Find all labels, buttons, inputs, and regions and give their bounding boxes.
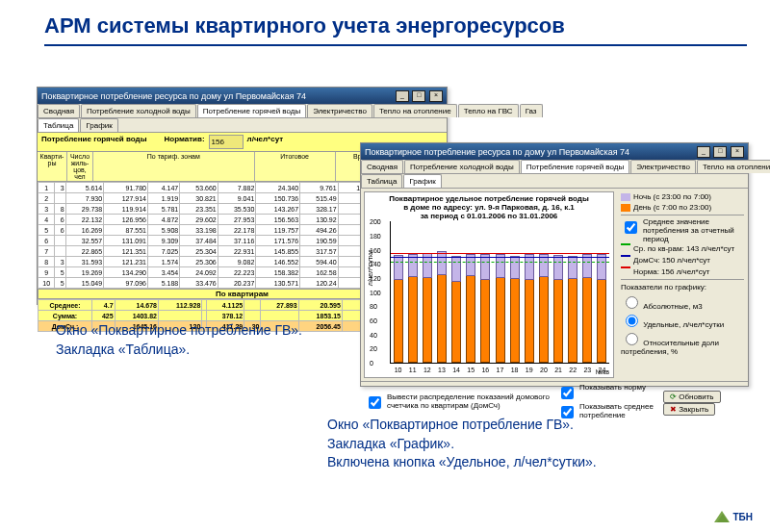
legend-normline: Норма: 156 л/чел*сут bbox=[633, 267, 709, 276]
group-total: Итоговое bbox=[255, 152, 336, 181]
radio-rel[interactable]: Относительные доли потребления, % bbox=[621, 330, 744, 357]
title-underline bbox=[44, 44, 747, 46]
close-icon[interactable]: × bbox=[731, 146, 744, 158]
chk-avg[interactable] bbox=[625, 221, 637, 234]
tab-0[interactable]: Сводная bbox=[38, 104, 80, 117]
radio-title: Показатели по графику: bbox=[621, 283, 744, 291]
legend-domline: ДомСч: 150 л/чел*сут bbox=[633, 256, 710, 265]
legend-avgline: Ср. по кв-рам: 143 л/чел*сут bbox=[633, 244, 734, 253]
label-shownorm: Показывать норму bbox=[579, 384, 646, 393]
x-axis-label: №кв bbox=[596, 368, 609, 375]
maximize-icon[interactable]: □ bbox=[713, 146, 727, 158]
plot-area: 0204060801001201401601802001011121314151… bbox=[390, 221, 609, 364]
minimize-icon[interactable]: _ bbox=[396, 90, 409, 102]
window-buttons: _ □ × bbox=[696, 145, 744, 158]
view-subtabs: Таблица График bbox=[361, 174, 748, 189]
radio-abs[interactable]: Абсолютные, м3 bbox=[621, 293, 744, 312]
label-domdist: Вывести распределение показаний домового… bbox=[387, 393, 557, 411]
subtab-chart[interactable]: График bbox=[80, 118, 117, 132]
chk-shownorm[interactable] bbox=[561, 387, 574, 399]
swatch-avgline bbox=[621, 243, 630, 253]
tab-2[interactable]: Потребление горячей воды bbox=[197, 104, 306, 117]
legend-day: День (с 7:00 по 23:00) bbox=[633, 203, 711, 212]
col-apt: Кварти-ры bbox=[38, 152, 67, 181]
group-tariff: По тариф. зонам bbox=[93, 152, 255, 181]
col-people: Число жиль-цов, чел bbox=[67, 152, 93, 181]
tab-5[interactable]: Тепло на ГВС bbox=[458, 104, 519, 117]
refresh-button[interactable]: ⟳ Обновить bbox=[663, 391, 720, 403]
subtab-chart[interactable]: График bbox=[403, 174, 441, 188]
chk-domdist[interactable] bbox=[369, 396, 381, 409]
titlebar[interactable]: Поквартирное потребление ресурса по дому… bbox=[361, 143, 748, 160]
slide-title: АРМ системы квартирного учета энергоресу… bbox=[0, 0, 770, 44]
legend-pane: Ночь (с 23:00 по 7:00) День (с 7:00 по 2… bbox=[617, 189, 748, 381]
caption-chart: Окно «Поквартирное потребление ГВ».Закла… bbox=[327, 416, 597, 472]
tab-6[interactable]: Газ bbox=[520, 104, 543, 117]
resource-tabs: СводнаяПотребление холодной водыПотребле… bbox=[361, 160, 748, 174]
tab-2[interactable]: Потребление горячей воды bbox=[521, 160, 629, 173]
legend-avg-label: Среднее значение потребления за отчетный… bbox=[643, 218, 744, 243]
norm-label: Норматив: bbox=[164, 135, 204, 149]
norm-unit: л/чел*сут bbox=[247, 135, 284, 149]
chart-title: Поквартирное удельное потребление горяче… bbox=[365, 192, 613, 221]
tab-4[interactable]: Тепло на отопление bbox=[697, 160, 770, 173]
view-subtabs: Таблица График bbox=[38, 118, 447, 133]
tab-3[interactable]: Электричество bbox=[630, 160, 696, 173]
subtab-table[interactable]: Таблица bbox=[361, 174, 402, 188]
minimize-icon[interactable]: _ bbox=[697, 146, 710, 158]
legend-night: Ночь (с 23:00 по 7:00) bbox=[633, 192, 711, 201]
tab-1[interactable]: Потребление холодной воды bbox=[81, 104, 196, 117]
tab-4[interactable]: Тепло на отопление bbox=[373, 104, 457, 117]
window-title: Поквартирное потребление ресурса по дому… bbox=[365, 147, 629, 157]
subtab-table[interactable]: Таблица bbox=[38, 118, 79, 132]
logo-icon bbox=[714, 511, 730, 522]
caption-table: Окно «Поквартирное потребление ГВ».Закла… bbox=[56, 321, 302, 359]
chart-pane: Поквартирное удельное потребление горяче… bbox=[364, 191, 614, 378]
resource-tabs: СводнаяПотребление холодной водыПотребле… bbox=[38, 104, 447, 118]
radio-group: Показатели по графику: Абсолютные, м3 Уд… bbox=[621, 283, 744, 356]
close-icon[interactable]: × bbox=[429, 90, 443, 102]
norm-input[interactable] bbox=[209, 135, 244, 149]
swatch-domline bbox=[621, 255, 630, 265]
radio-ud[interactable]: Удельные, л/чел*сутки bbox=[621, 312, 744, 330]
swatch-day bbox=[621, 204, 630, 212]
close-button[interactable]: ✖ Закрыть bbox=[663, 403, 715, 416]
titlebar[interactable]: Поквартирное потребление ресурса по дому… bbox=[38, 88, 447, 104]
tab-3[interactable]: Электричество bbox=[307, 104, 372, 117]
window-title: Поквартирное потребление ресурса по дому… bbox=[41, 91, 306, 101]
swatch-normline bbox=[621, 266, 630, 276]
window-buttons: _ □ × bbox=[395, 89, 443, 102]
tab-0[interactable]: Сводная bbox=[361, 160, 403, 173]
window-chart: Поквартирное потребление ресурса по дому… bbox=[360, 142, 749, 387]
hotbar-label: Потребление горячей воды bbox=[41, 135, 146, 149]
tab-1[interactable]: Потребление холодной воды bbox=[404, 160, 520, 173]
logo: ТБН bbox=[714, 511, 753, 522]
maximize-icon[interactable]: □ bbox=[412, 90, 425, 102]
swatch-night bbox=[621, 193, 630, 201]
